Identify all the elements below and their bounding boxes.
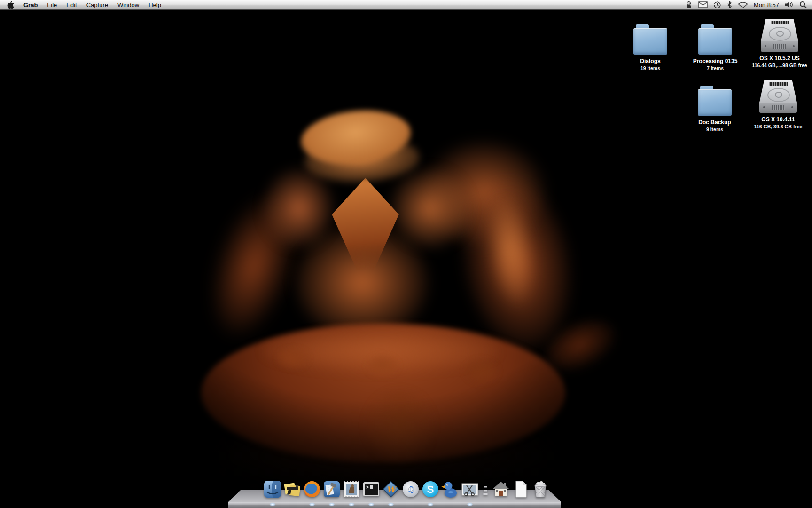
character-status-icon[interactable]	[684, 0, 694, 9]
dock-item-mail[interactable]	[342, 479, 361, 499]
menu-window[interactable]: Window	[113, 0, 144, 9]
terminal-icon: >	[362, 480, 381, 499]
desktop-icon-os-x-10-4-11[interactable]: OS X 10.4.11 116 GB, 39.6 GB free	[745, 74, 811, 130]
hard-drive-icon	[761, 19, 798, 52]
desktop-icon-doc-backup[interactable]: Doc Backup 9 items	[682, 77, 748, 133]
document-icon	[511, 480, 530, 499]
svg-text:S: S	[427, 484, 434, 495]
mail-envelope-icon[interactable]	[697, 0, 709, 9]
desktop-icon-info: 7 items	[707, 65, 724, 71]
desktop-icon-label: OS X 10.4.11	[761, 116, 795, 123]
desktop-icon-info: 116.44 GB,....98 GB free	[752, 63, 807, 69]
finder-icon	[263, 480, 282, 499]
menu-help[interactable]: Help	[144, 0, 166, 9]
desktop-icon-label: OS X 10.5.2 US	[759, 55, 799, 62]
spotlight-search-icon[interactable]	[798, 0, 808, 9]
folder-icon	[633, 28, 667, 55]
bluetooth-icon[interactable]	[726, 0, 733, 9]
desktop-icon-info: 19 items	[640, 65, 660, 71]
menu-file[interactable]: File	[42, 0, 62, 9]
menu-grab[interactable]: Grab	[19, 0, 42, 9]
skype-icon: S	[421, 480, 440, 499]
desktop-icon-label: Doc Backup	[698, 119, 731, 126]
menu-capture[interactable]: Capture	[82, 0, 113, 9]
airport-wifi-icon[interactable]	[737, 0, 749, 9]
desktop: { "menu_bar": { "apple_icon": "apple-log…	[0, 0, 812, 508]
cyberduck-icon	[441, 480, 460, 499]
mail-stamp-icon	[342, 480, 361, 499]
trash-icon	[531, 480, 550, 499]
dock-separator	[480, 479, 491, 499]
dock-item-xcode[interactable]	[322, 479, 342, 499]
desktop-icon-info: 9 items	[706, 127, 723, 133]
dock-item-document[interactable]	[511, 479, 531, 499]
dock-item-cyberduck[interactable]	[440, 479, 460, 499]
dock-item-textwrangler[interactable]: W	[381, 479, 401, 499]
dock-items: > W ♫	[263, 479, 550, 499]
hard-drive-icon	[759, 80, 797, 113]
dock-item-terminal[interactable]: >	[361, 479, 381, 499]
dock-item-skype[interactable]: S	[421, 479, 440, 499]
dock-item-itunes[interactable]: ♫	[401, 479, 421, 499]
desktop-wallpaper	[0, 0, 812, 508]
grab-icon	[461, 480, 479, 499]
volume-icon[interactable]	[784, 0, 795, 9]
svg-text:>: >	[366, 484, 369, 490]
folder-icon	[698, 89, 732, 116]
menu-bar-clock[interactable]: Mon 8:57	[753, 1, 780, 8]
time-machine-icon[interactable]	[712, 0, 722, 9]
dock-item-finder[interactable]	[263, 479, 282, 499]
xcode-icon	[322, 480, 341, 499]
desktop-icon-processing-0135[interactable]: Processing 0135 7 items	[682, 16, 748, 71]
dock-item-trash[interactable]	[531, 479, 550, 499]
sticky-notes-gun-icon	[283, 480, 302, 499]
dock-item-sticky-notes-gun[interactable]	[282, 479, 302, 499]
home-icon	[492, 480, 510, 499]
dock-item-firefox[interactable]	[302, 479, 322, 499]
apple-menu[interactable]	[0, 0, 19, 9]
status-menu-extras: Mon 8:57	[684, 0, 812, 9]
dock: > W ♫	[228, 479, 561, 508]
dock-item-home-folder[interactable]	[491, 479, 511, 499]
desktop-icon-label: Dialogs	[640, 58, 660, 64]
dock-item-grab[interactable]	[460, 479, 480, 499]
itunes-icon: ♫	[401, 480, 420, 499]
menu-bar: Grab File Edit Capture Window Help	[0, 0, 812, 10]
desktop-icon-dialogs[interactable]: Dialogs 19 items	[617, 16, 683, 71]
dock-shelf-floor	[228, 505, 561, 508]
desktop-icon-os-x-10-5-2-us[interactable]: OS X 10.5.2 US 116.44 GB,....98 GB free	[747, 13, 812, 69]
firefox-icon	[303, 480, 321, 499]
desktop-icon-info: 116 GB, 39.6 GB free	[754, 124, 803, 130]
folder-icon	[698, 28, 732, 55]
apple-logo-icon	[7, 1, 14, 9]
svg-text:♫: ♫	[406, 484, 414, 494]
menu-edit[interactable]: Edit	[62, 0, 81, 9]
desktop-icon-label: Processing 0135	[693, 58, 738, 64]
textwrangler-icon: W	[382, 480, 400, 499]
menu-list: Grab File Edit Capture Window Help	[0, 0, 166, 9]
dock-separator-dashes	[480, 480, 491, 499]
